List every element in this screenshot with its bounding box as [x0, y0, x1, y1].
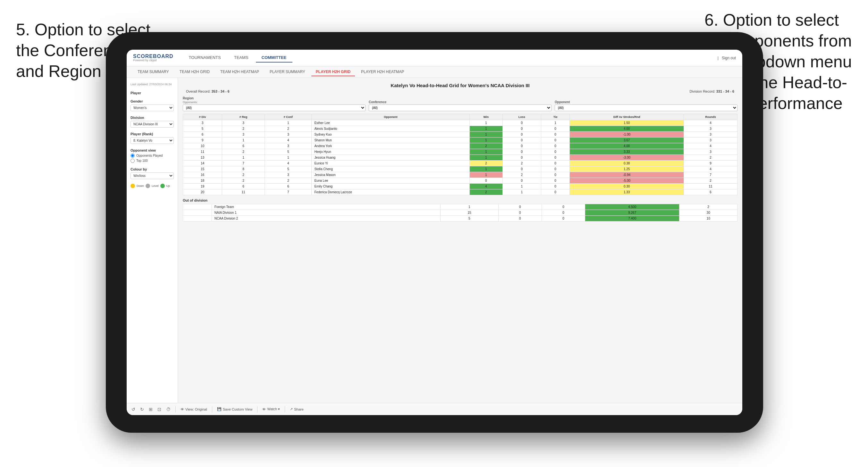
- table-cell: 1: [265, 155, 312, 161]
- ood-table-cell: [183, 204, 212, 210]
- save-custom-view-label: Save Custom View: [223, 407, 253, 411]
- nav-tab-tournaments[interactable]: TOURNAMENTS: [183, 53, 227, 62]
- table-cell: 1: [502, 184, 541, 189]
- table-cell: 3: [265, 143, 312, 149]
- col-header-div: # Div: [183, 114, 222, 120]
- col-header-conf: # Conf: [265, 114, 312, 120]
- table-cell: 0: [541, 132, 569, 137]
- table-cell: 4: [684, 120, 738, 126]
- tablet-device: SCOREBOARD Powered by clippd TOURNAMENTS…: [106, 32, 763, 433]
- table-cell: 8: [222, 166, 265, 172]
- player-rank-select[interactable]: 8. Katelyn Vo: [130, 137, 174, 144]
- table-cell: 1: [469, 137, 502, 143]
- table-cell: 6: [183, 132, 222, 137]
- colour-by-select[interactable]: Win/loss: [130, 173, 174, 179]
- table-cell: 1: [222, 155, 265, 161]
- table-cell: 2: [684, 155, 738, 161]
- table-row: 914Sharon Mun1003.673: [183, 137, 738, 143]
- save-custom-view-btn[interactable]: 💾 Save Custom View: [217, 407, 253, 411]
- tablet-screen: SCOREBOARD Powered by clippd TOURNAMENTS…: [127, 50, 742, 415]
- table-cell: 1: [469, 166, 502, 172]
- table-cell: Esther Lee: [312, 120, 469, 126]
- table-cell: Alexis Sudjianto: [312, 126, 469, 132]
- watch-btn[interactable]: 👁 Watch ▾: [262, 407, 280, 411]
- table-row: 1474Eunice Yi2200.389: [183, 161, 738, 166]
- sidebar-player-rank-section: Player (Rank) 8. Katelyn Vo: [130, 132, 174, 144]
- radio-top-100[interactable]: Top 100: [130, 159, 174, 163]
- table-cell: Andrea York: [312, 143, 469, 149]
- nav-tab-committee[interactable]: COMMITTEE: [256, 53, 292, 62]
- table-cell: 1: [502, 189, 541, 195]
- radio-opponents-played[interactable]: Opponents Played: [130, 154, 174, 158]
- table-cell: 0: [541, 143, 569, 149]
- table-cell: 2: [222, 126, 265, 132]
- paste-icon[interactable]: ⊡: [157, 407, 161, 412]
- region-filter-group: Region Opponents: (All): [183, 96, 366, 111]
- region-filter-label: Region: [183, 96, 366, 100]
- table-row: 522Alexis Sudjianto1004.003: [183, 126, 738, 132]
- table-cell: 2: [502, 161, 541, 166]
- table-cell: 2: [222, 172, 265, 178]
- table-row: 20117Federica Domecq Lacroze2101.336: [183, 189, 738, 195]
- clock-icon[interactable]: ⏱: [166, 407, 170, 412]
- ood-table-cell: [183, 210, 212, 216]
- ood-table-cell: 0: [498, 204, 541, 210]
- share-btn[interactable]: ↗ Share: [290, 407, 303, 411]
- table-row: 1063Andrea York2004.004: [183, 143, 738, 149]
- sidebar-gender-section: Gender Women's: [130, 99, 174, 111]
- table-cell: 5: [183, 126, 222, 132]
- table-cell: 4.00: [570, 143, 684, 149]
- division-select[interactable]: NCAA Division III: [130, 121, 174, 128]
- table-cell: 5: [265, 166, 312, 172]
- nav-tabs-top: TOURNAMENTS TEAMS COMMITTEE: [183, 53, 718, 62]
- sub-tab-team-h2h-heatmap[interactable]: TEAM H2H HEATMAP: [216, 68, 264, 76]
- sub-tab-player-h2h-heatmap[interactable]: PLAYER H2H HEATMAP: [356, 68, 408, 76]
- app-header: SCOREBOARD Powered by clippd TOURNAMENTS…: [127, 50, 742, 66]
- gender-select[interactable]: Women's: [130, 104, 174, 111]
- region-select[interactable]: (All): [183, 104, 366, 111]
- main-content: Last Updated: 27/03/2024 06:34 Player Ge…: [127, 78, 742, 403]
- table-cell: 0: [469, 178, 502, 184]
- last-updated: Last Updated: 27/03/2024 06:34: [130, 83, 174, 87]
- undo-icon[interactable]: ↺: [131, 407, 135, 412]
- col-header-win: Win: [469, 114, 502, 120]
- table-cell: 1: [469, 155, 502, 161]
- legend-label-level: Level: [152, 184, 159, 187]
- table-cell: 4.00: [570, 126, 684, 132]
- table-cell: -3.00: [570, 155, 684, 161]
- conference-select[interactable]: (All): [369, 104, 552, 111]
- division-record-label: Division Record:: [690, 89, 716, 93]
- table-cell: 0: [502, 126, 541, 132]
- division-record: Division Record: 331 - 34 - 6: [690, 89, 734, 93]
- sign-out-link[interactable]: Sign out: [722, 56, 736, 60]
- col-header-rounds: Rounds: [684, 114, 738, 120]
- table-cell: 10: [183, 143, 222, 149]
- sub-tab-team-summary[interactable]: TEAM SUMMARY: [133, 68, 174, 76]
- sub-tab-team-h2h-grid[interactable]: TEAM H2H GRID: [175, 68, 214, 76]
- table-cell: 0: [502, 120, 541, 126]
- table-cell: 2: [469, 143, 502, 149]
- table-cell: 5: [265, 149, 312, 155]
- table-row: 1311Jessica Huang100-3.002: [183, 155, 738, 161]
- view-original-btn[interactable]: 👁 View: Original: [181, 407, 207, 411]
- nav-tab-teams[interactable]: TEAMS: [228, 53, 254, 62]
- table-cell: 6: [684, 189, 738, 195]
- table-cell: -1.00: [570, 132, 684, 137]
- table-cell: Stella Cheng: [312, 166, 469, 172]
- redo-icon[interactable]: ↻: [140, 407, 144, 412]
- header-pipe: |: [718, 56, 719, 60]
- table-cell: 6: [265, 184, 312, 189]
- table-cell: 4: [684, 166, 738, 172]
- table-cell: -5.00: [570, 178, 684, 184]
- sub-tab-player-h2h-grid[interactable]: PLAYER H2H GRID: [311, 68, 355, 76]
- table-cell: 0: [502, 137, 541, 143]
- table-row: 633Sydney Kuo100-1.003: [183, 132, 738, 137]
- table-cell: 3.33: [570, 149, 684, 155]
- opponent-select[interactable]: (All): [555, 104, 738, 111]
- table-cell: Eunice Yi: [312, 161, 469, 166]
- copy-icon[interactable]: ⊞: [149, 407, 153, 412]
- overall-record-value: 353 - 34 - 6: [211, 89, 229, 93]
- table-cell: 20: [183, 189, 222, 195]
- legend-label-down: Down: [136, 184, 144, 187]
- sub-tab-player-summary[interactable]: PLAYER SUMMARY: [265, 68, 310, 76]
